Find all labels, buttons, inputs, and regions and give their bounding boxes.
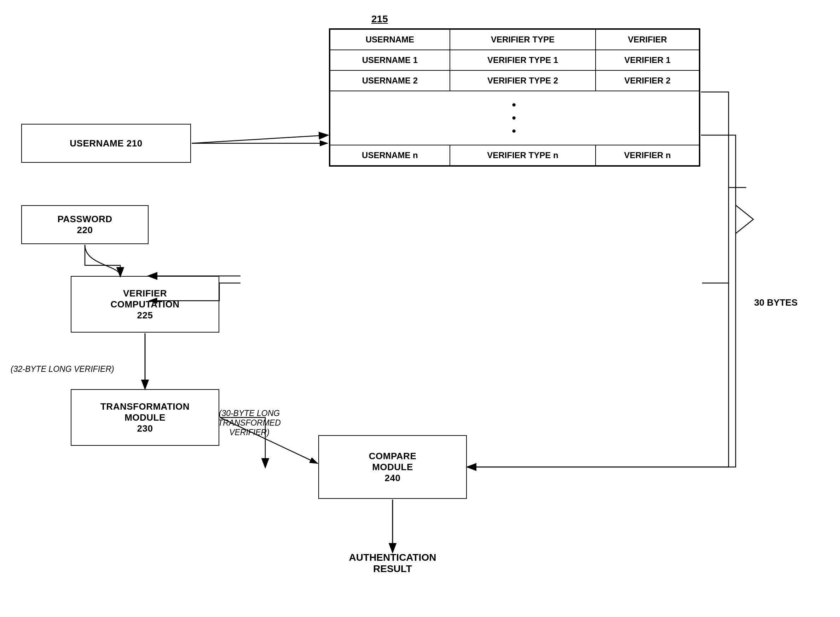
verifier-computation-box: VERIFIER COMPUTATION 225 <box>71 276 219 332</box>
username-n-cell: USERNAME n <box>330 145 450 165</box>
table-row: USERNAME n VERIFIER TYPE n VERIFIER n <box>330 145 699 165</box>
verifier-type-2-cell: VERIFIER TYPE 2 <box>450 71 595 91</box>
transformation-label1: TRANSFORMATION <box>100 401 190 412</box>
compare-label1: COMPARE <box>369 451 416 462</box>
byte32-label: (32-BYTE LONG VERIFIER) <box>10 365 114 374</box>
table-title: 215 <box>371 13 388 25</box>
verifier-type-1-cell: VERIFIER TYPE 1 <box>450 50 595 71</box>
verifier-computation-label2: COMPUTATION <box>111 299 179 310</box>
verifier-table: USERNAME VERIFIER TYPE VERIFIER USERNAME… <box>330 29 700 166</box>
table-row: USERNAME 1 VERIFIER TYPE 1 VERIFIER 1 <box>330 50 699 71</box>
auth-result-label1: AUTHENTICATION <box>349 552 436 563</box>
password-label: PASSWORD <box>57 214 112 225</box>
compare-label2: MODULE <box>372 462 413 473</box>
transformation-label2: MODULE <box>124 412 165 423</box>
compare-number: 240 <box>385 473 401 484</box>
ellipsis-row: ••• <box>330 91 699 145</box>
verifier-2-cell: VERIFIER 2 <box>595 71 699 91</box>
database-table: USERNAME VERIFIER TYPE VERIFIER USERNAME… <box>329 28 700 167</box>
col-username-header: USERNAME <box>330 30 450 50</box>
password-box: PASSWORD 220 <box>21 205 149 244</box>
diagram: 215 USERNAME VERIFIER TYPE VERIFIER USER… <box>0 0 840 617</box>
col-verifier-type-header: VERIFIER TYPE <box>450 30 595 50</box>
compare-module-box: COMPARE MODULE 240 <box>318 435 467 499</box>
table-header-row: USERNAME VERIFIER TYPE VERIFIER <box>330 30 699 50</box>
svg-line-6 <box>192 135 327 143</box>
transformation-number: 230 <box>137 423 153 434</box>
verifier-computation-label: VERIFIER <box>123 288 167 299</box>
auth-result-label2: RESULT <box>373 563 412 574</box>
col-verifier-header: VERIFIER <box>595 30 699 50</box>
username-label: USERNAME 210 <box>70 138 142 149</box>
verifier-computation-number: 225 <box>137 310 153 321</box>
username-box: USERNAME 210 <box>21 124 191 163</box>
verifier-n-cell: VERIFIER n <box>595 145 699 165</box>
byte30-label: (30-BYTE LONG TRANSFORMEDVERIFIER) <box>187 409 311 437</box>
username-2-cell: USERNAME 2 <box>330 71 450 91</box>
username-1-cell: USERNAME 1 <box>330 50 450 71</box>
table-row: USERNAME 2 VERIFIER TYPE 2 VERIFIER 2 <box>330 71 699 91</box>
verifier-type-n-cell: VERIFIER TYPE n <box>450 145 595 165</box>
password-number: 220 <box>77 225 93 236</box>
bytes-label: 30 BYTES <box>754 297 797 308</box>
verifier-1-cell: VERIFIER 1 <box>595 50 699 71</box>
auth-result: AUTHENTICATION RESULT <box>308 552 477 574</box>
